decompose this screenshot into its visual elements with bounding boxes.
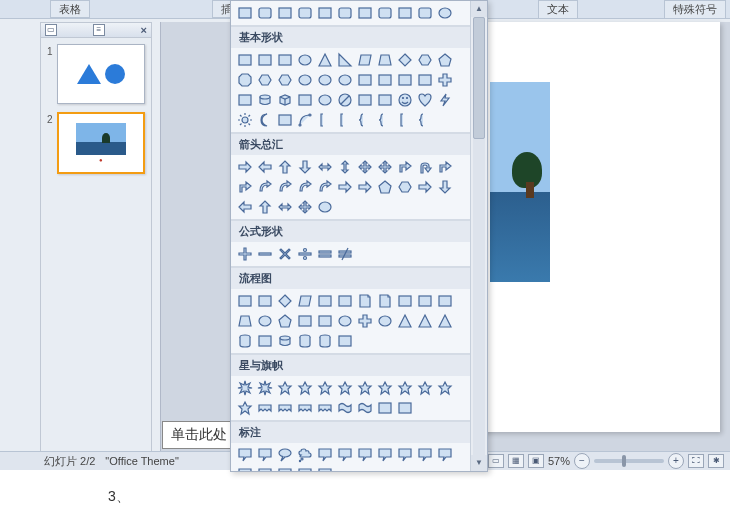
shape-accent4[interactable] <box>236 466 254 471</box>
shape-arrow-quad[interactable] <box>356 158 374 176</box>
shape-rect9[interactable] <box>396 4 414 22</box>
shape-hexagon[interactable] <box>416 51 434 69</box>
shape-line3[interactable] <box>356 446 374 464</box>
shape-horiz-scroll[interactable] <box>396 399 414 417</box>
shape-rect10[interactable] <box>416 4 434 22</box>
shape-minus[interactable] <box>256 245 274 263</box>
shape-cloud[interactable] <box>276 111 294 129</box>
shape-wave[interactable] <box>336 399 354 417</box>
shape-merge[interactable] <box>436 312 454 330</box>
shape-magnetic-disk[interactable] <box>296 332 314 350</box>
scroll-track[interactable] <box>473 17 485 455</box>
slides-view-icon[interactable]: ▭ <box>45 24 57 36</box>
shape-callout-r[interactable] <box>416 178 434 196</box>
gallery-scrollbar[interactable]: ▲ ▼ <box>470 1 487 471</box>
scroll-thumb[interactable] <box>473 17 485 139</box>
shape-display[interactable] <box>336 332 354 350</box>
shape-document[interactable] <box>356 292 374 310</box>
shape-circular[interactable] <box>316 198 334 216</box>
shape-accent2[interactable] <box>416 446 434 464</box>
shape-line2[interactable] <box>336 446 354 464</box>
shape-star4[interactable] <box>276 379 294 397</box>
shape-plus[interactable] <box>436 71 454 89</box>
shape-octagon[interactable] <box>236 71 254 89</box>
shape-arrow-down[interactable] <box>296 158 314 176</box>
shape-star6[interactable] <box>316 379 334 397</box>
shape-collate[interactable] <box>376 312 394 330</box>
shape-manual-input[interactable] <box>436 292 454 310</box>
shape-teardrop[interactable] <box>336 71 354 89</box>
shape-star24[interactable] <box>436 379 454 397</box>
zoom-in-button[interactable]: + <box>668 453 684 469</box>
shape-arrow-left[interactable] <box>256 158 274 176</box>
shape-arrow-3[interactable] <box>376 158 394 176</box>
shape-process[interactable] <box>236 292 254 310</box>
shape-block-arc[interactable] <box>356 91 374 109</box>
shape-oval-callout[interactable] <box>276 446 294 464</box>
shape-pie[interactable] <box>296 71 314 89</box>
shape-text-box[interactable] <box>236 51 254 69</box>
shape-lightning[interactable] <box>436 91 454 109</box>
shape-line1[interactable] <box>316 446 334 464</box>
shape-brackets[interactable] <box>396 111 414 129</box>
shape-left-up[interactable] <box>436 158 454 176</box>
shape-line4[interactable] <box>376 446 394 464</box>
shape-callout-d[interactable] <box>436 178 454 196</box>
shape-off-page[interactable] <box>276 312 294 330</box>
shape-donut[interactable] <box>316 91 334 109</box>
shape-multiply[interactable] <box>276 245 294 263</box>
shape-rect-callout[interactable] <box>236 446 254 464</box>
shape-parallelogram[interactable] <box>356 51 374 69</box>
shape-explosion2[interactable] <box>256 379 274 397</box>
shape-snip-rect[interactable] <box>276 4 294 22</box>
shape-delay[interactable] <box>256 332 274 350</box>
shape-curve-up[interactable] <box>296 178 314 196</box>
shape-not-equal[interactable] <box>336 245 354 263</box>
shape-bevel[interactable] <box>296 91 314 109</box>
shape-star12[interactable] <box>396 379 414 397</box>
scroll-up-icon[interactable]: ▲ <box>471 1 487 17</box>
outline-view-icon[interactable]: ≡ <box>93 24 105 36</box>
shape-multi-doc[interactable] <box>376 292 394 310</box>
shape-border4[interactable] <box>316 466 334 471</box>
shape-extract[interactable] <box>416 312 434 330</box>
shape-snip2[interactable] <box>316 4 334 22</box>
shape-callout-l[interactable] <box>236 198 254 216</box>
slide-thumbnail-2-selected[interactable]: ● <box>57 112 145 174</box>
shape-bent-up[interactable] <box>236 178 254 196</box>
shape-curve-down[interactable] <box>316 178 334 196</box>
shape-stored-data[interactable] <box>236 332 254 350</box>
slideshow-view-icon[interactable]: ▣ <box>528 454 544 468</box>
shape-uturn[interactable] <box>416 158 434 176</box>
shape-manual-op[interactable] <box>236 312 254 330</box>
shape-summing[interactable] <box>336 312 354 330</box>
shape-seq-storage[interactable] <box>276 332 294 350</box>
zoom-slider[interactable] <box>594 459 664 463</box>
shape-arc[interactable] <box>296 111 314 129</box>
shape-no-symbol[interactable] <box>336 91 354 109</box>
shape-decision[interactable] <box>276 292 294 310</box>
shape-border1[interactable] <box>256 466 274 471</box>
shape-snip3[interactable] <box>356 4 374 22</box>
shape-moon[interactable] <box>256 111 274 129</box>
shape-accent3[interactable] <box>436 446 454 464</box>
shape-ribbon-up[interactable] <box>256 399 274 417</box>
shape-callout-u[interactable] <box>256 198 274 216</box>
shape-explosion1[interactable] <box>236 379 254 397</box>
shape-star7[interactable] <box>336 379 354 397</box>
shape-chevron[interactable] <box>396 178 414 196</box>
shape-arrow-right[interactable] <box>236 158 254 176</box>
shape-bent-arrow[interactable] <box>396 158 414 176</box>
shape-triangle[interactable] <box>316 51 334 69</box>
shape-card[interactable] <box>296 312 314 330</box>
shape-curve-left[interactable] <box>276 178 294 196</box>
shape-frame[interactable] <box>356 71 374 89</box>
shape-brace-r[interactable] <box>376 111 394 129</box>
shape-ribbon-down[interactable] <box>276 399 294 417</box>
shape-diag-stripe[interactable] <box>416 71 434 89</box>
shape-rounded-rect[interactable] <box>256 4 274 22</box>
shape-star32[interactable] <box>236 399 254 417</box>
notes-placeholder[interactable]: 单击此处 <box>162 421 236 449</box>
fit-window-icon[interactable]: ⛶ <box>688 454 704 468</box>
close-panel-icon[interactable]: × <box>141 24 147 36</box>
